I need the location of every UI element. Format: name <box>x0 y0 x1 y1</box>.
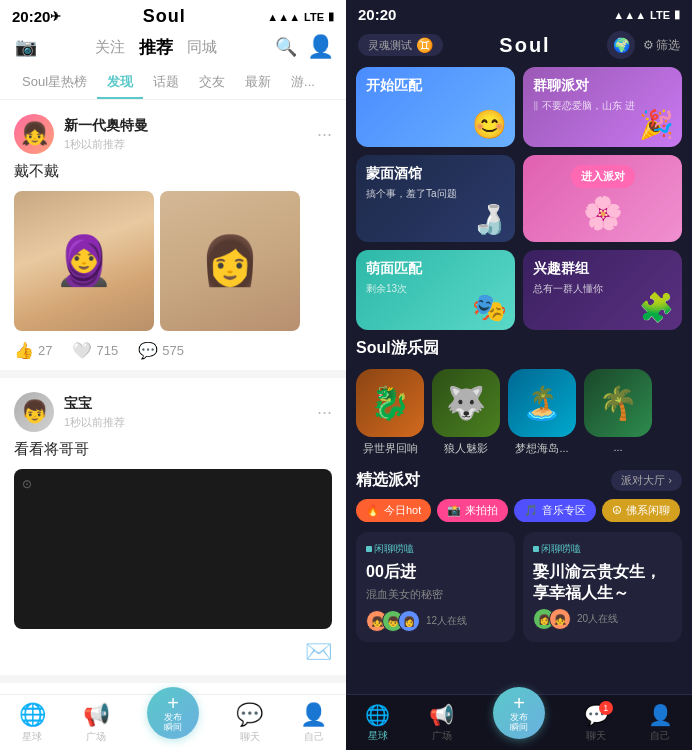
header-icons: 🔍 👤 <box>274 35 332 59</box>
filter-button[interactable]: ⚙ 筛选 <box>643 37 680 54</box>
gemini-icon: ♊ <box>416 37 433 53</box>
sub-nav-more[interactable]: 游... <box>281 67 325 99</box>
right-nav-self[interactable]: 👤 自己 <box>648 703 673 743</box>
sub-nav-discover[interactable]: 发现 <box>97 67 143 99</box>
game-2[interactable]: 🐺 狼人魅影 <box>432 369 500 456</box>
tab-follow[interactable]: 关注 <box>95 38 125 57</box>
post-1-heart[interactable]: 🤍 715 <box>72 341 118 360</box>
chat-badge: 1 <box>599 701 613 715</box>
game-4-icon: 🌴 <box>584 369 652 437</box>
interest-group-card[interactable]: 兴趣群组 总有一群人懂你 🧩 <box>523 250 682 330</box>
filter-icon: ⚙ <box>643 38 654 52</box>
right-self-label: 自己 <box>650 729 670 743</box>
sub-nav-latest[interactable]: 最新 <box>235 67 281 99</box>
music-emoji: 🎵 <box>524 504 538 517</box>
game-3[interactable]: 🏝️ 梦想海岛... <box>508 369 576 456</box>
avatar-icon[interactable]: 👤 <box>308 35 332 59</box>
right-publish-btn[interactable]: + 发布瞬间 <box>493 707 545 739</box>
post-1-image-1[interactable]: 🧕 <box>14 191 154 331</box>
online-count-1: 12人在线 <box>426 614 467 628</box>
post-2-username: 宝宝 <box>64 395 317 413</box>
nav-square[interactable]: 📢 广场 <box>83 702 110 744</box>
amusement-section: Soul游乐园 🐉 异世界回响 🐺 狼人魅影 🏝️ 梦想海岛... 🌴 ... <box>356 338 682 456</box>
post-2-more[interactable]: ··· <box>317 402 332 423</box>
live-dot-2 <box>533 546 539 552</box>
right-header: 灵魂测试 ♊ Soul 🌍 ⚙ 筛选 <box>346 27 692 67</box>
tab-nearby[interactable]: 同城 <box>187 38 217 57</box>
location-icon: ✈ <box>50 9 61 24</box>
sub-nav-friends[interactable]: 交友 <box>189 67 235 99</box>
tag-hot-label: 今日hot <box>384 503 421 518</box>
tag-buddha-label: 佛系闲聊 <box>626 503 670 518</box>
party-room-2-header: 闲聊唠嗑 <box>533 542 672 556</box>
sub-nav-hot[interactable]: Soul星热榜 <box>12 67 97 99</box>
signal-icon: ▲▲▲ <box>267 11 300 23</box>
post-1-comment[interactable]: 💬 575 <box>138 341 184 360</box>
start-match-card[interactable]: 开始匹配 😊 <box>356 67 515 147</box>
post-1-meta: 1秒以前推荐 <box>64 137 317 152</box>
nav-self[interactable]: 👤 自己 <box>300 702 327 744</box>
mail-area: ✉️ <box>14 639 332 665</box>
camera-icon[interactable]: 📷 <box>14 35 38 59</box>
soul-logo-left: Soul <box>143 6 186 26</box>
right-publish-circle: + 发布瞬间 <box>493 687 545 739</box>
right-square-icon: 📢 <box>429 703 454 727</box>
party-room-2-title: 娶川渝云贵女生，享幸福人生～ <box>533 562 672 604</box>
top-nav: 📷 关注 推荐 同城 🔍 👤 <box>0 31 346 67</box>
cute-match-card[interactable]: 萌面匹配 剩余13次 🎭 <box>356 250 515 330</box>
battery-right: ▮ <box>674 8 680 21</box>
square-icon: 📢 <box>83 702 110 728</box>
chat-icon: 💬 <box>236 702 263 728</box>
party-more-btn[interactable]: 派对大厅 › <box>611 470 682 491</box>
post-1-info: 新一代奥特曼 1秒以前推荐 <box>64 117 317 152</box>
globe-icon-right[interactable]: 🌍 <box>607 31 635 59</box>
tag-photo[interactable]: 📸 来拍拍 <box>437 499 508 522</box>
post-1-more[interactable]: ··· <box>317 124 332 145</box>
search-icon[interactable]: 🔍 <box>274 35 298 59</box>
nav-planet[interactable]: 🌐 星球 <box>19 702 46 744</box>
tab-recommend[interactable]: 推荐 <box>139 36 173 59</box>
mail-icon[interactable]: ✉️ <box>305 639 332 665</box>
post-1-like-count: 27 <box>38 343 52 358</box>
nav-chat[interactable]: 💬 聊天 <box>236 702 263 744</box>
avatar-post-1[interactable]: 👧 <box>14 114 54 154</box>
right-nav-planet[interactable]: 🌐 星球 <box>365 703 390 743</box>
girl-silhouette-2: 👩 <box>160 191 300 331</box>
avatar-post-2[interactable]: 👦 <box>14 392 54 432</box>
game-1[interactable]: 🐉 异世界回响 <box>356 369 424 456</box>
mask-bar-card[interactable]: 蒙面酒馆 搞个事，羞了Ta问题 🍶 <box>356 155 515 242</box>
right-nav-square[interactable]: 📢 广场 <box>429 703 454 743</box>
soul-match-badge[interactable]: 灵魂测试 ♊ <box>358 34 443 56</box>
party-room-2[interactable]: 闲聊唠嗑 娶川渝云贵女生，享幸福人生～ 👩 👧 20人在线 <box>523 532 682 642</box>
join-party-btn[interactable]: 进入派对 <box>571 165 635 188</box>
post-1-comment-count: 575 <box>162 343 184 358</box>
tag-buddha[interactable]: ☮ 佛系闲聊 <box>602 499 680 522</box>
post-2: 👦 宝宝 1秒以前推荐 ··· 看看将哥哥 ⊙ ✉️ <box>0 378 346 683</box>
interest-group-title: 兴趣群组 <box>533 260 672 278</box>
post-1-like[interactable]: 👍 27 <box>14 341 52 360</box>
right-nav-chat[interactable]: 💬 聊天 1 <box>584 703 609 743</box>
post-1-header: 👧 新一代奥特曼 1秒以前推荐 ··· <box>14 114 332 154</box>
game-4[interactable]: 🌴 ... <box>584 369 652 456</box>
hot-emoji: 🔥 <box>366 504 380 517</box>
sub-nav-topic[interactable]: 话题 <box>143 67 189 99</box>
tag-hot[interactable]: 🔥 今日hot <box>356 499 431 522</box>
party-room-1[interactable]: 闲聊唠嗑 00后进 混血美女的秘密 👧 👦 👩 12人在线 <box>356 532 515 642</box>
join-party-card[interactable]: 进入派对 🌸 <box>523 155 682 242</box>
tag-music[interactable]: 🎵 音乐专区 <box>514 499 596 522</box>
post-2-image[interactable]: ⊙ <box>14 469 332 629</box>
tag-music-label: 音乐专区 <box>542 503 586 518</box>
party-room-1-header: 闲聊唠嗑 <box>366 542 505 556</box>
party-avatar-5: 👧 <box>549 608 571 630</box>
games-row: 🐉 异世界回响 🐺 狼人魅影 🏝️ 梦想海岛... 🌴 ... <box>356 369 682 456</box>
right-publish-label: 发布瞬间 <box>510 713 528 733</box>
party-room-2-avatars: 👩 👧 20人在线 <box>533 608 672 630</box>
nav-chat-label: 聊天 <box>240 730 260 744</box>
nav-planet-label: 星球 <box>22 730 42 744</box>
publish-button[interactable]: + 发布瞬间 <box>147 707 199 739</box>
live-badge-1: 闲聊唠嗑 <box>366 542 414 556</box>
soul-logo-right: Soul <box>499 34 550 57</box>
group-party-card[interactable]: 群聊派对 ‖ 不要恋爱脑，山东 进 🎉 <box>523 67 682 147</box>
post-1-heart-count: 715 <box>96 343 118 358</box>
post-1-image-2[interactable]: 👩 <box>160 191 300 331</box>
